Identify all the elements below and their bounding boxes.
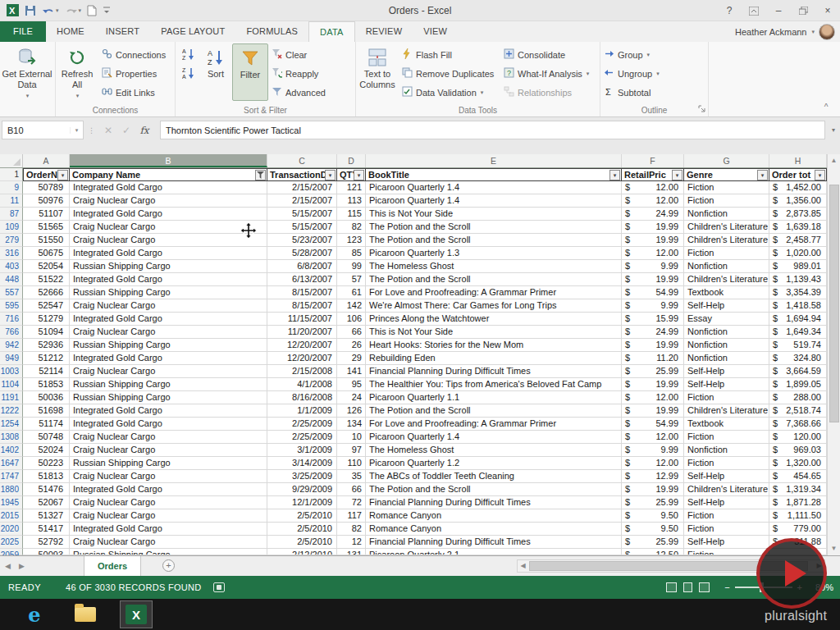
row-number[interactable]: 1647 [0, 457, 23, 470]
cell-order[interactable]: 52024 [23, 444, 70, 457]
cell-price[interactable]: $25.99 [622, 536, 684, 549]
redo-button[interactable]: ▾ [65, 6, 82, 16]
row-number[interactable]: 942 [0, 339, 23, 352]
cell-title[interactable]: Picaroon Quarterly 1.2 [366, 457, 622, 470]
cell-price[interactable]: $12.00 [622, 391, 684, 404]
row-number[interactable]: 1747 [0, 470, 23, 483]
cell-price[interactable]: $12.00 [622, 431, 684, 444]
cell-genre[interactable]: Fiction [684, 523, 769, 536]
cell-genre[interactable]: Self-Help [684, 470, 769, 483]
cell-price[interactable]: $19.99 [622, 339, 684, 352]
subtotal-button[interactable]: ΣSubtotal [600, 83, 663, 102]
row-number[interactable]: 1222 [0, 404, 23, 418]
column-letter-C[interactable]: C [267, 154, 337, 167]
help-button[interactable]: ? [717, 0, 742, 21]
cell-price[interactable]: $9.99 [622, 260, 684, 273]
cell-price[interactable]: $25.99 [622, 365, 684, 378]
cell-title[interactable]: Financial Planning During Difficult Time… [366, 496, 622, 509]
cell-price[interactable]: $12.00 [622, 194, 684, 208]
cell-date[interactable]: 12/1/2009 [267, 496, 337, 509]
vertical-scrollbar[interactable]: ▲ ▼ [827, 154, 840, 555]
cell-title[interactable]: Heart Hooks: Stories for the New Mom [366, 339, 622, 352]
cell-qty[interactable]: 131 [337, 549, 366, 555]
cell-genre[interactable]: Self-Help [684, 536, 769, 549]
cell-price[interactable]: $19.99 [622, 404, 684, 418]
cell-genre[interactable]: Children's Literature [684, 221, 769, 234]
formula-input[interactable]: Thornton Scientific Power Tactical [160, 121, 825, 139]
cell-price[interactable]: $9.99 [622, 299, 684, 313]
row-number[interactable]: 949 [0, 352, 23, 365]
cell-genre[interactable]: Fiction [684, 457, 769, 470]
row-number[interactable]: 2059 [0, 549, 23, 555]
row-number[interactable]: 716 [0, 313, 23, 326]
cell-genre[interactable]: Self-Help [684, 365, 769, 378]
row-number[interactable]: 1254 [0, 418, 23, 431]
row-number[interactable]: 87 [0, 208, 23, 221]
select-all-corner[interactable] [0, 154, 23, 167]
cell-price[interactable]: $25.99 [622, 496, 684, 509]
undo-button[interactable]: ▾ [42, 6, 59, 16]
cell-date[interactable]: 1/1/2009 [267, 404, 337, 418]
cell-date[interactable]: 12/20/2007 [267, 352, 337, 365]
cell-qty[interactable]: 66 [337, 326, 366, 339]
cell-order[interactable]: 50223 [23, 457, 70, 470]
what-if-analysis-button[interactable]: ?What-If Analysis▾ [500, 64, 592, 83]
cell-title[interactable]: Romance Canyon [366, 523, 622, 536]
cell-date[interactable]: 8/15/2007 [267, 299, 337, 313]
cell-order[interactable]: 52054 [23, 260, 70, 273]
cell-date[interactable]: 9/29/2009 [267, 483, 337, 496]
cell-price[interactable]: $54.99 [622, 418, 684, 431]
cell-date[interactable]: 6/8/2007 [267, 260, 337, 273]
cell-date[interactable]: 2/5/2010 [267, 509, 337, 523]
cell-order[interactable]: 52114 [23, 365, 70, 378]
cell-genre[interactable]: Self-Help [684, 496, 769, 509]
cell-total[interactable]: $1,899.05 [769, 378, 827, 391]
cell-qty[interactable]: 117 [337, 509, 366, 523]
cell-total[interactable]: $2,458.77 [769, 234, 827, 247]
name-box-caret-icon[interactable]: ▾ [70, 127, 83, 134]
cell-company[interactable]: Integrated Gold Cargo [70, 208, 267, 221]
cell-genre[interactable]: Fiction [684, 549, 769, 555]
get-external-data-button[interactable]: Get External Data ▾ [0, 43, 54, 101]
cell-title[interactable]: Picaroon Quarterly 1.4 [366, 181, 622, 194]
row-number[interactable]: 1880 [0, 483, 23, 496]
cell-price[interactable]: $15.99 [622, 313, 684, 326]
cell-company[interactable]: Russian Shipping Cargo [70, 286, 267, 299]
cell-genre[interactable]: Fiction [684, 181, 769, 194]
row-number[interactable]: 1191 [0, 391, 23, 404]
cell-date[interactable]: 5/23/2007 [267, 234, 337, 247]
cell-qty[interactable]: 115 [337, 208, 366, 221]
cell-qty[interactable]: 106 [337, 313, 366, 326]
cell-title[interactable]: For Love and Proofreading: A Grammar Pri… [366, 418, 622, 431]
cell-title[interactable]: Picaroon Quarterly 1.3 [366, 247, 622, 260]
cell-title[interactable]: Financial Planning During Difficult Time… [366, 365, 622, 378]
cell-date[interactable]: 2/5/2010 [267, 536, 337, 549]
cell-order[interactable]: 51327 [23, 509, 70, 523]
cell-genre[interactable]: Self-Help [684, 299, 769, 313]
cell-price[interactable]: $9.50 [622, 509, 684, 523]
connections-button[interactable]: Connections [98, 45, 169, 64]
cell-genre[interactable]: Textbook [684, 286, 769, 299]
cell-total[interactable]: $1,649.34 [769, 326, 827, 339]
cell-title[interactable]: The Potion and the Scroll [366, 234, 622, 247]
cell-date[interactable]: 2/12/2010 [267, 549, 337, 555]
cell-qty[interactable]: 72 [337, 496, 366, 509]
cell-company[interactable]: Russian Shipping Cargo [70, 391, 267, 404]
row-number[interactable]: 448 [0, 273, 23, 286]
cell-company[interactable]: Craig Nuclear Cargo [70, 365, 267, 378]
cell-price[interactable]: $9.50 [622, 523, 684, 536]
row-number[interactable]: 1945 [0, 496, 23, 509]
cell-company[interactable]: Craig Nuclear Cargo [70, 496, 267, 509]
cell-title[interactable]: Picaroon Quarterly 1.4 [366, 431, 622, 444]
cell-company[interactable]: Russian Shipping Cargo [70, 339, 267, 352]
cell-price[interactable]: $19.99 [622, 483, 684, 496]
cell-title[interactable]: Financial Planning During Difficult Time… [366, 536, 622, 549]
cell-total[interactable]: $519.74 [769, 339, 827, 352]
cell-order[interactable]: 52547 [23, 299, 70, 313]
cell-order[interactable]: 51522 [23, 273, 70, 286]
cell-total[interactable]: $1,139.43 [769, 273, 827, 286]
outline-dialog-launcher[interactable] [698, 104, 705, 114]
scroll-down-arrow[interactable]: ▼ [828, 542, 840, 555]
cell-total[interactable]: $1,111.50 [769, 509, 827, 523]
filter-dropdown-icon[interactable]: ▾ [757, 170, 768, 180]
